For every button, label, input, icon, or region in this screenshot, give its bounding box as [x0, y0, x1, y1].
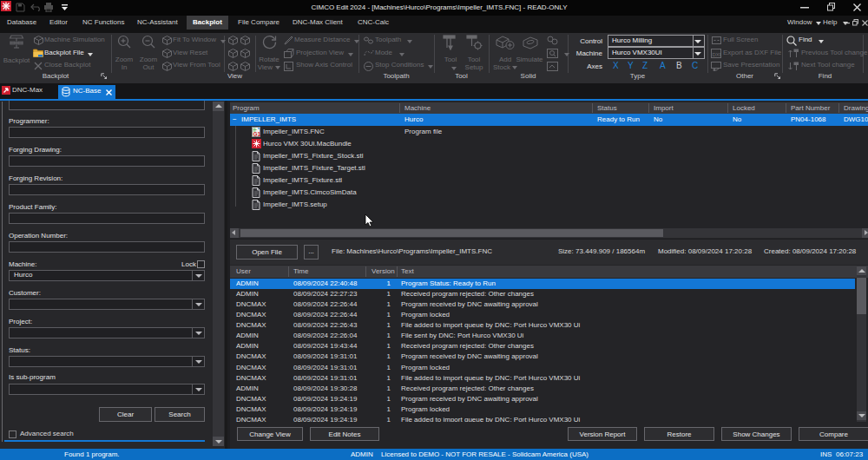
svg-text:DXF: DXF — [713, 52, 722, 57]
